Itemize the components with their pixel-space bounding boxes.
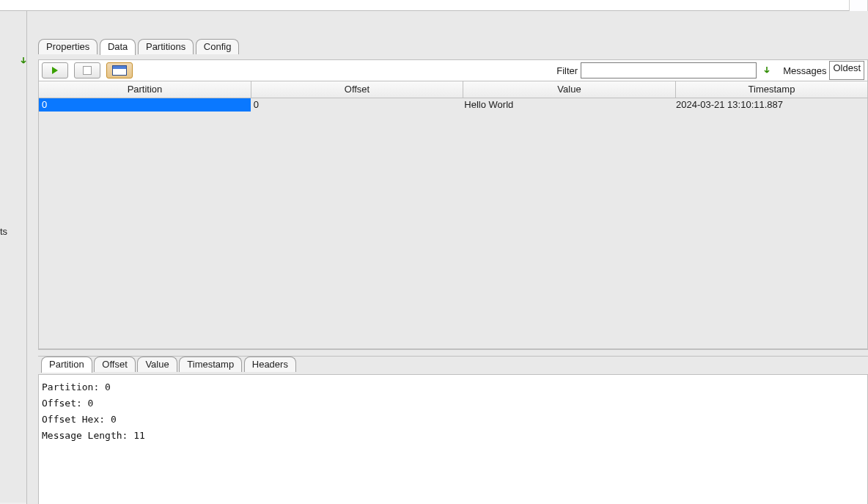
detail-line-1: Partition: 0 xyxy=(42,379,864,395)
tab-config[interactable]: Config xyxy=(196,39,240,54)
col-timestamp[interactable]: Timestamp xyxy=(676,81,867,98)
stop-icon xyxy=(83,66,92,75)
dtab-partition[interactable]: Partition xyxy=(41,357,92,373)
detail-line-3: Offset Hex: 0 xyxy=(42,412,864,428)
play-button[interactable] xyxy=(42,62,68,78)
tab-partitions[interactable]: Partitions xyxy=(138,39,194,54)
detail-content: Partition: 0 Offset: 0 Offset Hex: 0 Mes… xyxy=(38,374,868,504)
app-root: ts Properties Data Partitions Config Fil… xyxy=(0,0,868,504)
grid-header: Partition Offset Value Timestamp xyxy=(39,81,867,98)
dtab-timestamp[interactable]: Timestamp xyxy=(179,357,242,372)
col-value[interactable]: Value xyxy=(463,81,676,98)
top-bar xyxy=(0,0,868,11)
messages-select[interactable]: Oldest xyxy=(829,61,864,80)
grid-view-button[interactable] xyxy=(106,62,133,78)
col-partition[interactable]: Partition xyxy=(39,81,251,98)
dtab-headers[interactable]: Headers xyxy=(244,357,296,372)
horizontal-splitter[interactable] xyxy=(38,349,868,357)
cell-offset: 0 xyxy=(251,98,462,112)
data-toolbar: Filter Messages Oldest xyxy=(38,59,868,81)
stop-button[interactable] xyxy=(74,62,100,78)
filter-apply-icon[interactable] xyxy=(761,65,773,76)
col-offset[interactable]: Offset xyxy=(251,81,463,98)
tab-data[interactable]: Data xyxy=(100,39,136,55)
play-icon xyxy=(52,67,58,74)
detail-panel: Partition Offset Value Timestamp Headers… xyxy=(38,357,868,504)
detail-line-4: Message Length: 11 xyxy=(42,428,864,444)
filter-label: Filter xyxy=(556,65,578,76)
grid-icon xyxy=(112,65,127,76)
filter-input[interactable] xyxy=(581,62,757,78)
data-grid: Partition Offset Value Timestamp 0 0 Hel… xyxy=(38,81,868,349)
cell-value: Hello World xyxy=(461,98,673,112)
main-tabs: Properties Data Partitions Config xyxy=(38,11,868,58)
dtab-value[interactable]: Value xyxy=(137,357,177,372)
detail-line-2: Offset: 0 xyxy=(42,395,864,412)
cell-timestamp: 2024-03-21 13:10:11.887 xyxy=(673,98,867,112)
left-text-fragment: ts xyxy=(0,226,7,237)
messages-label: Messages xyxy=(783,65,826,76)
table-row[interactable]: 0 0 Hello World 2024-03-21 13:10:11.887 xyxy=(39,98,867,112)
main-panel: Properties Data Partitions Config Filter… xyxy=(32,11,868,504)
left-sidebar: ts xyxy=(0,11,28,503)
detail-tabs: Partition Offset Value Timestamp Headers xyxy=(38,357,868,374)
tab-properties[interactable]: Properties xyxy=(38,39,98,54)
dtab-offset[interactable]: Offset xyxy=(94,357,135,372)
cell-partition: 0 xyxy=(39,98,251,112)
